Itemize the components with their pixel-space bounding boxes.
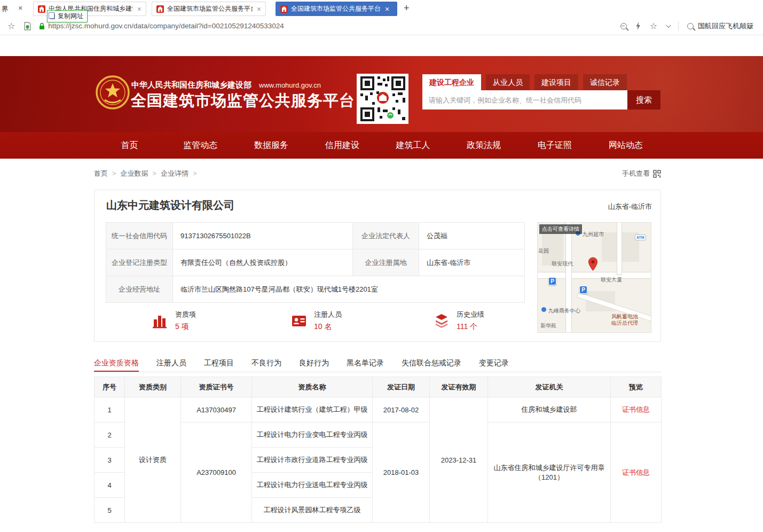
col-cert-no: 资质证书号 [181,377,252,397]
browser-tab-strip: 界 × 中华人民共和国住房和城乡建设 全国建筑市场监管公共服务平台 全国建筑市场… [0,0,763,17]
tab-projects[interactable]: 工程项目 [204,355,234,372]
cell-issue-date: 2018-01-03 [373,423,430,523]
nav-item-policy[interactable]: 政策法规 [449,132,520,159]
url-text[interactable]: https://jzsc.mohurd.gov.cn/data/company/… [48,22,284,30]
cell-cert-no: A137030497 [181,397,252,423]
reg-region-label: 企业注册属地 [353,249,419,276]
chevron-down-icon[interactable] [666,22,671,28]
cell-name: 工程设计风景园林工程专项乙级 [252,498,373,523]
legal-rep-label: 企业法定代表人 [353,223,419,249]
cell-authority: 住房和城乡建设部 [488,397,611,423]
browser-tab-3-active[interactable]: 全国建筑市场监管公共服务平台 [276,2,397,16]
address-label: 企业经营地址 [106,276,173,303]
search-button[interactable]: 搜索 [627,90,660,109]
table-row: 1 设计资质 A137030497 工程设计建筑行业（建筑工程）甲级 2017-… [95,397,662,423]
search-tab-personnel[interactable]: 从业人员 [486,74,530,90]
cell-seq: 1 [95,397,125,423]
tab-blacklist[interactable]: 黑名单记录 [347,355,384,372]
divider [678,21,679,31]
stat-value: 10 名 [314,322,342,332]
favorite-star-icon[interactable] [650,21,657,31]
site-title: 全国建筑市场监管公共服务平台 [131,90,355,112]
reg-region-value: 山东省-临沂市 [419,249,525,276]
company-region: 山东省-临沂市 [608,202,652,212]
cell-seq: 3 [95,448,125,473]
search-tab-credit[interactable]: 诚信记录 [583,74,627,90]
company-location-map[interactable]: 点击可查看详情 九州超市 ATM 花园 联安现代 联安大厦 P P 九峰商务中心… [537,222,651,333]
zoom-out-icon[interactable] [620,23,627,29]
qualification-icon [152,313,168,329]
cell-validity: 2023-12-31 [430,397,488,523]
site-favicon-icon [156,5,164,13]
cell-seq: 2 [95,423,125,448]
keyword-search-input[interactable] [422,90,627,109]
map-pin-icon [588,257,598,273]
cell-name: 工程设计建筑行业（建筑工程）甲级 [252,397,373,423]
https-lock-icon [39,22,45,30]
tab-close-icon[interactable] [137,5,141,13]
new-tab-button[interactable] [404,3,410,14]
tab-close-icon[interactable] [385,5,389,13]
certificate-info-link[interactable]: 证书信息 [622,405,650,413]
atm-marker: ATM [635,234,646,240]
tab-close-icon[interactable] [257,5,261,13]
stat-registered-personnel: 注册人员 10 名 [291,310,342,332]
background-window-close-icon[interactable]: × [18,4,22,12]
nav-item-site-news[interactable]: 网站动态 [590,132,661,159]
background-window-fragment: 界 [2,4,9,14]
performance-icon [434,313,450,329]
breadcrumb-company-data[interactable]: 企业数据 [121,169,161,178]
tab-title: 全国建筑市场监管公共服务平台 [167,4,253,13]
credit-code-value: 91371302675501022B [173,223,353,249]
stat-historical-performance: 历史业绩 111 个 [434,310,484,332]
cell-name: 工程设计电力行业送电工程专业丙级 [252,473,373,498]
parking-icon: P [579,286,587,294]
tab-registered-personnel[interactable]: 注册人员 [156,355,186,372]
browser-tab-2[interactable]: 全国建筑市场监管公共服务平台 [152,2,266,16]
search-tab-project[interactable]: 建设项目 [534,74,578,90]
tab-dishonesty-records[interactable]: 失信联合惩戒记录 [402,355,461,372]
page-shield-icon[interactable] [23,22,32,30]
bookmark-star-icon[interactable] [7,21,15,31]
nav-item-data-service[interactable]: 数据服务 [236,132,307,159]
nav-item-supervision[interactable]: 监管动态 [165,132,236,159]
certificate-info-link[interactable]: 证书信息 [622,468,650,476]
tab-qualifications[interactable]: 企业资质资格 [94,355,139,372]
cell-cert-no: A237009100 [181,423,252,523]
flash-icon[interactable] [635,22,641,30]
map-label-lianan-tower: 联安大厦 [601,276,622,284]
search-tab-enterprise[interactable]: 建设工程企业 [422,74,481,90]
tab-title: 全国建筑市场监管公共服务平台 [291,4,381,13]
map-label-battery: 风帆蓄电池 临沂总代理 [611,314,638,326]
tab-change-records[interactable]: 变更记录 [479,355,509,372]
legal-rep-value: 公茂福 [419,223,525,249]
company-detail-card: 山东中元建筑设计有限公司 山东省-临沂市 统一社会信用代码 9137130267… [94,190,661,342]
cell-category: 设计资质 [125,397,181,523]
col-seq: 序号 [95,377,125,397]
search-icon [687,23,694,29]
copy-url-tooltip[interactable]: 复制网址 [47,10,88,22]
nav-item-home[interactable]: 首页 [94,132,165,159]
breadcrumb-company-detail: 企业详情 [161,169,201,178]
stat-value: 5 项 [175,322,196,332]
tooltip-label: 复制网址 [58,12,83,21]
mobile-view-link[interactable]: 手机查看 [622,169,661,178]
cell-name: 工程设计电力行业变电工程专业丙级 [252,423,373,448]
search-input-row: 搜索 [422,90,660,109]
stat-label: 资质项 [175,310,196,319]
nav-item-e-license[interactable]: 电子证照 [520,132,591,159]
browser-hot-search[interactable]: 国航回应飞机颠簸 [687,21,763,31]
col-validity: 发证有效期 [430,377,488,397]
tab-good-behavior[interactable]: 良好行为 [299,355,329,372]
personnel-icon [291,313,307,329]
stat-value: 111 个 [457,322,484,332]
nav-item-credit[interactable]: 信用建设 [306,132,377,159]
cell-seq: 4 [95,473,125,498]
search-category-tabs: 建设工程企业 从业人员 建设项目 诚信记录 [422,74,660,90]
nav-item-workers[interactable]: 建筑工人 [377,132,449,159]
breadcrumb-home[interactable]: 首页 [94,169,121,178]
tab-bad-behavior[interactable]: 不良行为 [251,355,281,372]
reg-type-label: 企业登记注册类型 [106,249,173,276]
hot-search-text: 国航回应飞机颠簸 [698,21,753,31]
breadcrumb: 首页 企业数据 企业详情 手机查看 [94,169,661,178]
